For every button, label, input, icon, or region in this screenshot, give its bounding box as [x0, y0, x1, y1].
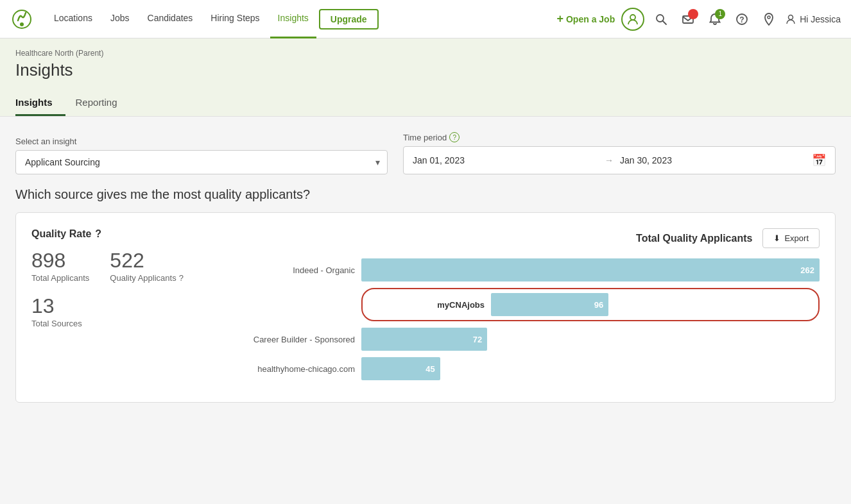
total-applicants-label: Total Applicants	[31, 273, 89, 283]
total-sources-value: 13	[31, 296, 55, 316]
svg-point-9	[789, 15, 793, 19]
chart-section: Total Quality Applicants ⬇ Export Indeed…	[239, 228, 820, 387]
insight-card: Quality Rate ? 898 Total Applicants 522 …	[15, 212, 836, 403]
svg-point-2	[630, 15, 635, 20]
total-applicants-stat: 898 Total Applicants	[31, 250, 89, 283]
export-icon: ⬇	[773, 233, 780, 243]
chart-label: Indeed - Organic	[239, 265, 355, 275]
chart-header: Total Quality Applicants ⬇ Export	[239, 228, 820, 248]
insight-select-wrapper: Applicant Sourcing ▾	[15, 150, 388, 174]
navbar: Locations Jobs Candidates Hiring Steps I…	[0, 0, 851, 38]
search-icon[interactable]	[651, 9, 671, 29]
location-icon[interactable]	[759, 9, 779, 29]
svg-point-1	[20, 22, 24, 26]
navbar-right: Open a Job 1	[556, 8, 841, 31]
chart-bar: 72	[361, 328, 487, 351]
content: Select an insight Applicant Sourcing ▾ T…	[0, 117, 851, 418]
chart-bar-wrapper: 262	[361, 258, 820, 281]
quality-applicants-label: Quality Applicants ?	[110, 273, 184, 283]
time-period-label: Time period ?	[403, 132, 836, 142]
quality-applicants-help-icon[interactable]: ?	[179, 273, 184, 283]
card-inner: Quality Rate ? 898 Total Applicants 522 …	[31, 228, 820, 387]
insight-select[interactable]: Applicant Sourcing	[15, 150, 388, 174]
nav-locations[interactable]: Locations	[46, 0, 100, 38]
svg-point-8	[768, 16, 770, 19]
svg-line-4	[663, 21, 667, 24]
date-start: Jan 01, 2023	[413, 155, 598, 165]
filters-row: Select an insight Applicant Sourcing ▾ T…	[15, 132, 836, 174]
tab-reporting[interactable]: Reporting	[76, 90, 130, 116]
quality-rate-help-icon[interactable]: ?	[95, 228, 101, 240]
chart-row: Indeed - Organic 262	[239, 258, 820, 281]
quality-rate-title: Quality Rate ?	[31, 228, 224, 240]
hi-user[interactable]: Hi Jessica	[786, 14, 841, 24]
chart-label: Career Builder - Sponsored	[239, 335, 355, 344]
quality-rate-section: Quality Rate ? 898 Total Applicants 522 …	[31, 228, 224, 387]
total-applicants-value: 898	[31, 250, 65, 271]
nav-jobs[interactable]: Jobs	[103, 0, 137, 38]
chart-row: myCNAjobs 96	[239, 288, 820, 321]
date-end: Jan 30, 2023	[620, 155, 805, 165]
nav-hiring-steps[interactable]: Hiring Steps	[203, 0, 267, 38]
page-title: Insights	[15, 60, 836, 80]
notifications-badge: 1	[715, 9, 725, 19]
insight-filter-group: Select an insight Applicant Sourcing ▾	[15, 137, 388, 174]
quality-applicants-stat: 522 Quality Applicants ?	[110, 250, 184, 283]
nav-candidates[interactable]: Candidates	[140, 0, 201, 38]
nav-insights[interactable]: Insights	[270, 0, 316, 38]
calendar-icon[interactable]: 📅	[812, 153, 826, 167]
time-period-help-icon[interactable]: ?	[449, 132, 460, 142]
date-arrow-icon: →	[605, 155, 614, 165]
tab-insights[interactable]: Insights	[15, 90, 65, 116]
insight-question: Which source gives me the most quality a…	[15, 187, 836, 202]
highlight-wrapper: myCNAjobs 96	[361, 288, 820, 321]
chart-bar: 262	[361, 258, 820, 281]
chart-row: healthyhome-chicago.com 45	[239, 357, 820, 380]
breadcrumb: Healthcare North (Parent)	[15, 49, 836, 58]
time-period-filter-group: Time period ? Jan 01, 2023 → Jan 30, 202…	[403, 132, 836, 174]
chart-container: Indeed - Organic 262 myCNAjobs 96 Career…	[239, 258, 820, 380]
hi-user-label: Hi Jessica	[800, 14, 841, 24]
open-job-button[interactable]: Open a Job	[556, 12, 615, 26]
quality-applicants-value: 522	[110, 250, 144, 271]
chart-bar-wrapper: 72	[361, 328, 820, 351]
stats-row: 898 Total Applicants 522 Quality Applica…	[31, 250, 224, 283]
total-sources-stat: 13 Total Sources	[31, 296, 224, 328]
logo[interactable]	[10, 8, 33, 31]
user-profile-icon[interactable]	[621, 8, 644, 31]
date-range-picker[interactable]: Jan 01, 2023 → Jan 30, 2023 📅	[403, 146, 836, 174]
page-header: Healthcare North (Parent) Insights Insig…	[0, 38, 851, 117]
navbar-links: Locations Jobs Candidates Hiring Steps I…	[46, 0, 556, 38]
chart-label: healthyhome-chicago.com	[239, 364, 355, 374]
mail-icon[interactable]	[678, 9, 698, 29]
upgrade-button[interactable]: Upgrade	[319, 9, 379, 29]
export-button[interactable]: ⬇ Export	[762, 228, 820, 248]
chart-row: Career Builder - Sponsored 72	[239, 328, 820, 351]
chart-bar-wrapper: 45	[361, 357, 820, 380]
insight-filter-label: Select an insight	[15, 137, 388, 146]
mail-badge	[688, 9, 698, 19]
page-tabs: Insights Reporting	[15, 90, 836, 116]
total-sources-label: Total Sources	[31, 319, 82, 328]
chart-bar: 45	[361, 357, 440, 380]
notifications-icon[interactable]: 1	[705, 9, 725, 29]
total-quality-label: Total Quality Applicants	[636, 233, 752, 244]
help-icon[interactable]: ?	[732, 9, 752, 29]
svg-text:?: ?	[740, 15, 744, 24]
